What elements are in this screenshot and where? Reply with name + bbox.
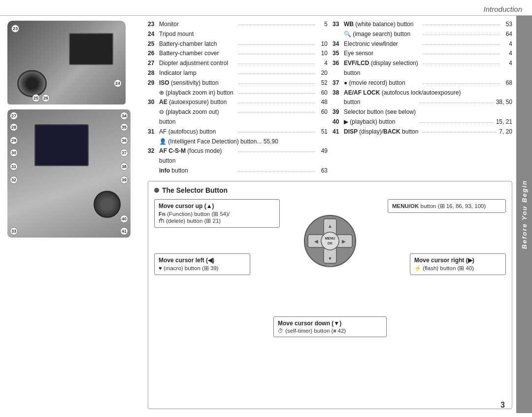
label-34: 34 — [120, 112, 128, 120]
label-31: 31 — [10, 163, 18, 171]
part-30: 30 AE (autoexposure) button 48 — [148, 98, 328, 107]
right-sidebar: Before You Begin — [516, 16, 532, 413]
move-up-del: m̃ (delete) button (⊞ 21) — [159, 217, 275, 224]
parts-col-right: 33 WB (white balance) button 53 🔍 (image… — [332, 20, 512, 176]
camera-area: 23 24 25 26 27 28 29 30 31 32 33 34 35 — [0, 16, 143, 413]
svg-text:MENU: MENU — [325, 237, 335, 240]
label-26: 26 — [42, 94, 50, 102]
move-down-desc: ⏱ (self-timer) button (⊞ 42) — [278, 328, 382, 334]
part-34: 34 Electronic viewfinder 4 — [332, 39, 512, 49]
part-41: 41 DISP (display)/BACK button 7, 20 — [332, 127, 512, 137]
selector-title: The Selector Button — [154, 186, 506, 194]
part-26: 26 Battery-chamber cover 10 — [148, 49, 328, 59]
svg-point-5 — [321, 232, 339, 250]
part-33: 33 WB (white balance) button 53 — [332, 20, 512, 30]
menu-ok-box-container: MENU/OK button (⊞ 16, 86, 93, 100) — [388, 199, 506, 213]
part-35: 35 Eye sensor 4 — [332, 49, 512, 59]
move-up-fn: Fn (Function) button (⊞ 54)/ — [159, 210, 275, 217]
move-up-box: Move cursor up (▲) Fn (Function) button … — [154, 199, 280, 228]
page-header: Introduction — [0, 0, 532, 16]
part-37: 37 ● (movie record) button 68 — [332, 78, 512, 88]
move-left-desc: ♥ (macro) button (⊞ 39) — [159, 265, 246, 272]
move-left-box: Move cursor left (◀) ♥ (macro) button (⊞… — [154, 253, 250, 275]
svg-text:▼: ▼ — [328, 256, 332, 261]
camera-screen — [69, 33, 113, 65]
dpad-container: MENU OK ▲ ▼ ◀ ▶ DSP — [303, 214, 357, 270]
move-down-title: Move cursor down (▼) — [278, 320, 382, 327]
label-40: 40 — [120, 215, 128, 223]
move-up-direction: Move cursor up (▲) Fn (Function) button … — [154, 199, 280, 228]
label-36: 36 — [120, 137, 128, 144]
part-38b: button 38, 50 — [332, 98, 512, 107]
selector-dot-icon — [154, 188, 159, 193]
part-24: 24 Tripod mount — [148, 30, 328, 39]
move-right-title: Move cursor right (▶) — [414, 257, 501, 264]
middle-content: 23 Monitor 5 24 Tripod mount 25 Battery-… — [143, 16, 516, 413]
svg-text:OK: OK — [328, 242, 333, 245]
page-number: 3 — [500, 401, 505, 410]
camera-top-body: 23 24 25 26 — [7, 21, 126, 104]
move-right-desc: ⚡ (flash) button (⊞ 40) — [414, 265, 501, 272]
part-29b: ⊕ (playback zoom in) button 60 — [148, 88, 328, 98]
part-40: 40 ▶ (playback) button 15, 21 — [332, 117, 512, 127]
part-32: 32 AF C-S-M (focus mode) button 49 — [148, 146, 328, 166]
label-28: 28 — [10, 123, 18, 131]
camera-dpad — [94, 191, 121, 218]
move-down-direction: Move cursor down (▼) ⏱ (self-timer) butt… — [273, 316, 387, 337]
parts-col-left: 23 Monitor 5 24 Tripod mount 25 Battery-… — [148, 20, 328, 176]
camera-bottom: 27 28 29 30 31 32 33 34 35 36 37 38 39 4… — [7, 109, 131, 238]
label-39: 39 — [120, 176, 128, 184]
label-35: 35 — [120, 123, 128, 131]
part-36: 36 EVF/LCD (display selection) button 4 — [332, 59, 512, 78]
move-up-title: Move cursor up (▲) — [159, 203, 275, 209]
move-left-direction: Move cursor left (◀) ♥ (macro) button (⊞… — [154, 253, 250, 275]
label-24: 24 — [114, 79, 122, 87]
menu-ok-box: MENU/OK button (⊞ 16, 86, 93, 100) — [388, 199, 506, 213]
camera-top: 23 24 25 26 — [7, 21, 126, 104]
selector-section: The Selector Button Move cursor up (▲) F… — [148, 181, 512, 409]
svg-text:DSP: DSP — [327, 264, 333, 267]
part-28: 28 Indicator lamp 20 — [148, 69, 328, 78]
part-33b: 🔍 (image search) button 64 — [332, 30, 512, 39]
header-title: Introduction — [484, 5, 522, 13]
label-41: 41 — [120, 227, 128, 235]
camera-lens — [17, 70, 47, 97]
camera-bottom-body: 27 28 29 30 31 32 33 34 35 36 37 38 39 4… — [7, 109, 131, 238]
svg-text:▶: ▶ — [342, 239, 346, 244]
part-27: 27 Diopter adjustment control 4 — [148, 59, 328, 69]
dpad-svg: MENU OK ▲ ▼ ◀ ▶ DSP — [303, 214, 357, 268]
svg-text:▲: ▲ — [328, 223, 332, 229]
label-23: 23 — [11, 25, 19, 33]
selector-diagram: Move cursor up (▲) Fn (Function) button … — [154, 199, 506, 337]
label-37: 37 — [120, 149, 128, 157]
part-23: 23 Monitor 5 — [148, 20, 328, 30]
part-30b: ⊖ (playback zoom out) button 60 — [148, 107, 328, 127]
move-right-box: Move cursor right (▶) ⚡ (flash) button (… — [410, 253, 506, 275]
main-content: 23 24 25 26 27 28 29 30 31 32 33 34 35 — [0, 16, 532, 413]
label-27: 27 — [10, 112, 18, 120]
part-38: 38 AE/AF LOCK (autofocus lock/autoexposu… — [332, 88, 512, 98]
part-25: 25 Battery-chamber latch 10 — [148, 39, 328, 49]
move-down-box: Move cursor down (▼) ⏱ (self-timer) butt… — [273, 316, 387, 337]
part-29: 29 ISO (sensitivity) button 52 — [148, 78, 328, 88]
label-30: 30 — [10, 149, 18, 157]
part-31: 31 AF (autofocus) button 51 — [148, 127, 328, 137]
sidebar-label: Before You Begin — [521, 180, 528, 249]
part-31b: 👤 (Intelligent Face Detection) button...… — [148, 137, 328, 147]
selector-title-text: The Selector Button — [162, 186, 228, 194]
label-38: 38 — [120, 163, 128, 171]
move-right-direction: Move cursor right (▶) ⚡ (flash) button (… — [410, 253, 506, 275]
label-33: 33 — [10, 227, 18, 235]
move-left-title: Move cursor left (◀) — [159, 257, 246, 264]
camera-back-screen — [34, 124, 89, 166]
part-39: 39 Selector button (see below) — [332, 107, 512, 117]
label-25: 25 — [32, 94, 40, 102]
part-32b: info button 63 — [148, 166, 328, 176]
parts-table: 23 Monitor 5 24 Tripod mount 25 Battery-… — [148, 20, 512, 176]
menu-ok-text: MENU/OK button (⊞ 16, 86, 93, 100) — [392, 203, 501, 209]
label-32: 32 — [10, 176, 18, 184]
svg-text:◀: ◀ — [314, 239, 318, 244]
label-29: 29 — [10, 137, 18, 144]
